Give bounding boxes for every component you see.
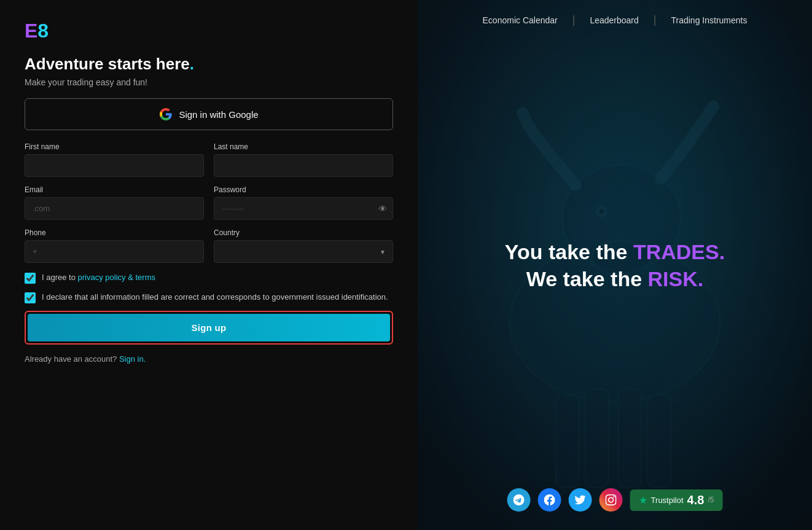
email-group: Email xyxy=(25,185,204,220)
google-signin-button[interactable]: Sign in with Google xyxy=(25,98,393,130)
logo: E8 xyxy=(25,20,393,42)
logo-8: 8 xyxy=(37,20,49,42)
svg-rect-6 xyxy=(648,396,671,488)
svg-rect-3 xyxy=(556,396,579,488)
trustpilot-star-icon: ★ xyxy=(639,494,647,506)
phone-country-row: Phone Country United States United Kingd… xyxy=(25,228,393,263)
password-input[interactable] xyxy=(214,197,393,220)
privacy-checkbox-row: I agree to privacy policy & terms xyxy=(25,271,393,284)
first-name-input[interactable] xyxy=(25,154,204,177)
signin-prompt: Already have an account? Sign in. xyxy=(25,354,393,364)
svg-rect-4 xyxy=(585,389,608,488)
signin-link[interactable]: Sign in. xyxy=(119,354,146,364)
last-name-input[interactable] xyxy=(214,154,393,177)
password-wrapper: 👁 xyxy=(214,197,393,220)
privacy-policy-link[interactable]: privacy policy & terms xyxy=(78,273,155,282)
declaration-checkbox-row: I declare that all information filled ar… xyxy=(25,291,393,303)
phone-label: Phone xyxy=(25,228,204,237)
nav-economic-calendar[interactable]: Economic Calendar xyxy=(468,15,572,25)
declaration-checkbox[interactable] xyxy=(25,292,36,303)
country-select-wrapper: United States United Kingdom Germany xyxy=(214,240,393,263)
email-label: Email xyxy=(25,185,204,194)
country-select[interactable]: United States United Kingdom Germany xyxy=(214,240,393,263)
headline: Adventure starts here. xyxy=(25,55,393,74)
privacy-checkbox[interactable] xyxy=(25,273,36,284)
first-name-group: First name xyxy=(25,142,204,177)
hero-line2: We take the RISK. xyxy=(505,265,725,292)
subheadline: Make your trading easy and fun! xyxy=(25,77,393,87)
right-panel: Economic Calendar | Leaderboard | Tradin… xyxy=(418,0,812,530)
password-label: Password xyxy=(214,185,393,194)
signup-button[interactable]: Sign up xyxy=(28,314,390,341)
country-group: Country United States United Kingdom Ger… xyxy=(214,228,393,263)
trustpilot-badge: ★ Trustpilot 4.8 /5 xyxy=(630,489,723,511)
first-name-label: First name xyxy=(25,142,204,151)
logo-e: E xyxy=(25,20,37,42)
last-name-label: Last name xyxy=(214,142,393,151)
phone-input[interactable] xyxy=(25,240,204,263)
svg-point-9 xyxy=(599,209,604,214)
email-password-row: Email Password 👁 xyxy=(25,185,393,220)
hero-text: You take the TRADES. We take the RISK. xyxy=(505,238,725,292)
trustpilot-label: Trustpilot xyxy=(651,496,684,505)
svg-rect-5 xyxy=(618,389,641,488)
telegram-icon[interactable] xyxy=(507,488,531,512)
right-nav: Economic Calendar | Leaderboard | Tradin… xyxy=(418,0,812,40)
instagram-icon[interactable] xyxy=(599,488,623,512)
twitter-icon[interactable] xyxy=(569,488,592,512)
google-icon xyxy=(159,107,173,121)
trustpilot-max: /5 xyxy=(708,496,714,504)
last-name-group: Last name xyxy=(214,142,393,177)
name-row: First name Last name xyxy=(25,142,393,177)
password-group: Password 👁 xyxy=(214,185,393,220)
trustpilot-score: 4.8 xyxy=(687,493,705,507)
declaration-label: I declare that all information filled ar… xyxy=(42,291,388,303)
country-label: Country xyxy=(214,228,393,237)
phone-group: Phone xyxy=(25,228,204,263)
hero-line1: You take the TRADES. xyxy=(505,238,725,265)
nav-leaderboard[interactable]: Leaderboard xyxy=(575,15,653,25)
facebook-icon[interactable] xyxy=(538,488,561,512)
nav-trading-instruments[interactable]: Trading Instruments xyxy=(656,15,762,25)
privacy-label: I agree to privacy policy & terms xyxy=(42,271,155,284)
social-bar: ★ Trustpilot 4.8 /5 xyxy=(507,488,723,512)
signup-button-wrapper: Sign up xyxy=(25,311,393,345)
password-toggle-icon[interactable]: 👁 xyxy=(378,204,387,214)
left-panel: E8 Adventure starts here. Make your trad… xyxy=(0,0,418,530)
email-input[interactable] xyxy=(25,197,204,220)
